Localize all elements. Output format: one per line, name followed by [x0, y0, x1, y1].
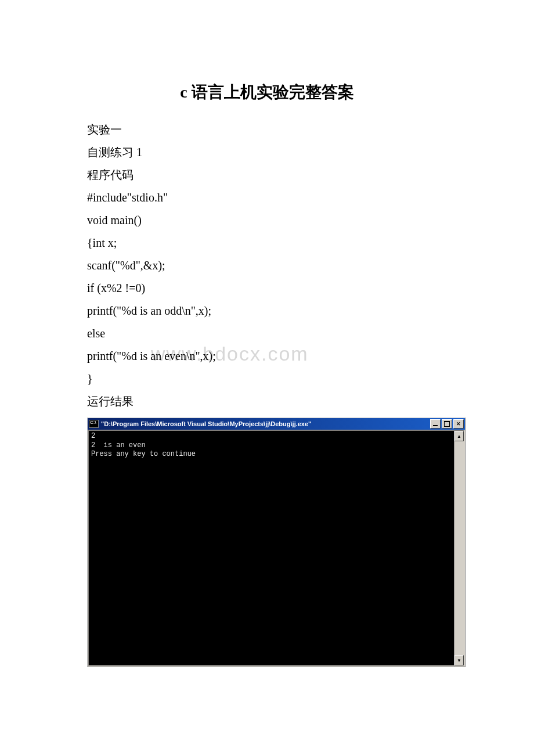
window-title-bar[interactable]: C:\ "D:\Program Files\Microsoft Visual S… — [88, 418, 465, 430]
maximize-button[interactable] — [442, 419, 452, 429]
maximize-icon — [444, 421, 450, 427]
text-line: 程序代码 — [87, 164, 447, 186]
minimize-button[interactable] — [430, 419, 441, 429]
text-line: 自测练习 1 — [87, 141, 447, 164]
code-line: printf("%d is an odd\n",x); — [87, 300, 447, 322]
code-line: scanf("%d",&x); — [87, 254, 447, 277]
code-line: else — [87, 322, 447, 345]
close-icon — [456, 421, 461, 427]
console-output[interactable]: 2 2 is an even Press any key to continue — [88, 430, 454, 667]
code-line: printf("%d is an even\n",x); — [87, 345, 447, 368]
document-page: c 语言上机实验完整答案 实验一 自测练习 1 程序代码 #include"st… — [0, 0, 534, 714]
scroll-track[interactable] — [454, 441, 464, 655]
code-line: void main() — [87, 209, 447, 232]
close-button[interactable] — [453, 419, 464, 429]
cmd-icon: C:\ — [89, 420, 99, 428]
minimize-icon — [433, 425, 438, 426]
console-window: C:\ "D:\Program Files\Microsoft Visual S… — [87, 417, 466, 667]
scroll-up-button[interactable]: ▲ — [454, 431, 464, 441]
vertical-scrollbar[interactable]: ▲ ▼ — [454, 430, 465, 667]
code-line: if (x%2 !=0) — [87, 277, 447, 300]
code-line: #include"stdio.h" — [87, 186, 447, 209]
text-line: 实验一 — [87, 118, 447, 141]
code-line: } — [87, 368, 447, 390]
window-title-text: "D:\Program Files\Microsoft Visual Studi… — [101, 420, 429, 427]
page-title: c 语言上机实验完整答案 — [87, 81, 447, 103]
code-line: {int x; — [87, 232, 447, 254]
scroll-down-button[interactable]: ▼ — [454, 655, 464, 665]
text-line: 运行结果 — [87, 390, 447, 413]
